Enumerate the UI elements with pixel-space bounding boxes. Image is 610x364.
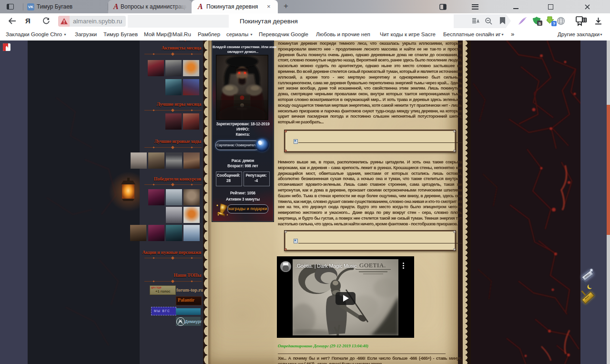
svg-text:GOETIA.: GOETIA. <box>359 262 386 269</box>
svg-text:?: ? <box>553 21 555 26</box>
svg-text:S: S <box>539 21 541 26</box>
